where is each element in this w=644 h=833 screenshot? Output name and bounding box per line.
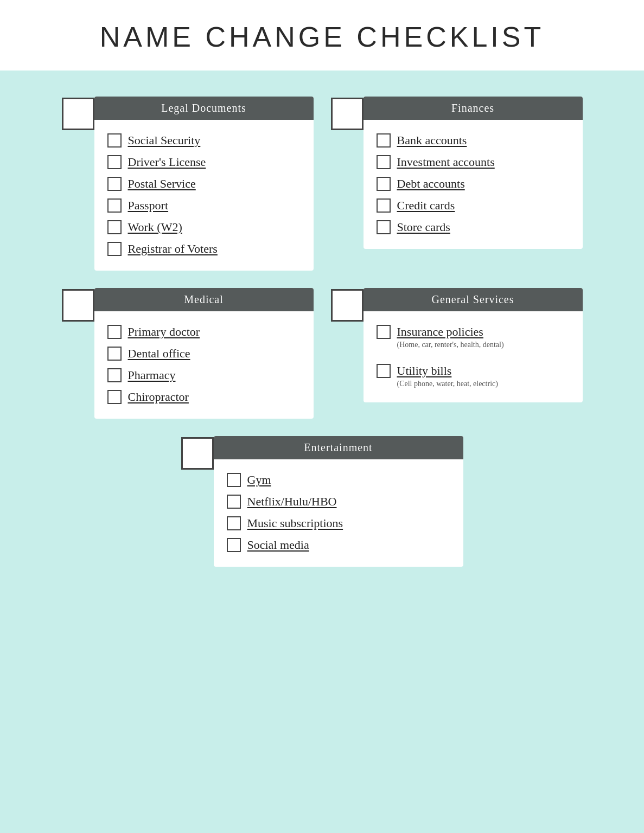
list-item: Netflix/Hulu/HBO <box>227 491 450 512</box>
item-label: Music subscriptions <box>247 516 343 530</box>
item-label: Primary doctor <box>128 325 200 339</box>
item-label: Social Security <box>128 133 201 148</box>
medical-section-header: Medical <box>94 288 314 311</box>
item-label: Utility bills <box>397 364 452 378</box>
item-label: Debt accounts <box>397 177 465 191</box>
entertainment-section-wrapper: Entertainment Gym Netflix/Hulu/HBO Music… <box>181 436 463 567</box>
legal-items-list: Social Security Driver's License Postal … <box>94 120 314 271</box>
item-label: Insurance policies <box>397 325 483 339</box>
item-checkbox[interactable] <box>227 495 241 509</box>
finances-items-list: Bank accounts Investment accounts Debt a… <box>364 120 583 249</box>
finances-section-card: Finances Bank accounts Investment accoun… <box>364 97 583 249</box>
general-section-checkbox[interactable] <box>331 289 364 322</box>
list-item: Debt accounts <box>377 173 570 195</box>
item-checkbox[interactable] <box>377 133 391 148</box>
item-label: Passport <box>128 198 169 213</box>
item-label: Pharmacy <box>128 368 176 382</box>
list-item: Driver's License <box>107 151 301 173</box>
list-item: Dental office <box>107 343 301 364</box>
entertainment-section-card: Entertainment Gym Netflix/Hulu/HBO Music… <box>214 436 463 567</box>
item-label: Gym <box>247 473 271 487</box>
item-checkbox[interactable] <box>107 347 122 361</box>
medical-section-wrapper: Medical Primary doctor Dental office Pha… <box>62 288 314 419</box>
list-item: Pharmacy <box>107 364 301 386</box>
list-item: Passport <box>107 195 301 216</box>
legal-section-card: Legal Documents Social Security Driver's… <box>94 97 314 271</box>
item-checkbox[interactable] <box>107 390 122 404</box>
item-sublabel: (Home, car, renter's, health, dental) <box>377 341 570 349</box>
list-item: Store cards <box>377 216 570 238</box>
general-items-list: Insurance policies (Home, car, renter's,… <box>364 311 583 402</box>
item-checkbox[interactable] <box>377 198 391 213</box>
page-title: NAME CHANGE CHECKLIST <box>0 21 644 53</box>
item-label: Credit cards <box>397 198 455 213</box>
general-section-wrapper: General Services Insurance policies (Hom… <box>331 288 583 419</box>
item-label: Store cards <box>397 220 450 234</box>
item-checkbox[interactable] <box>107 133 122 148</box>
item-label: Social media <box>247 538 309 552</box>
legal-section-checkbox[interactable] <box>62 98 94 130</box>
item-label: Bank accounts <box>397 133 467 148</box>
item-label: Investment accounts <box>397 155 495 169</box>
item-label: Driver's License <box>128 155 206 169</box>
list-item: Social media <box>227 534 450 556</box>
item-checkbox[interactable] <box>377 220 391 234</box>
row-1: Legal Documents Social Security Driver's… <box>62 97 583 271</box>
item-checkbox[interactable] <box>377 155 391 169</box>
finances-section-checkbox[interactable] <box>331 98 364 130</box>
item-label: Postal Service <box>128 177 196 191</box>
item-label: Chiropractor <box>128 390 189 404</box>
general-section-header: General Services <box>364 288 583 311</box>
item-label: Registrar of Voters <box>128 242 218 256</box>
list-item: Primary doctor <box>107 321 301 343</box>
medical-section-checkbox[interactable] <box>62 289 94 322</box>
legal-section-header: Legal Documents <box>94 97 314 120</box>
general-section-card: General Services Insurance policies (Hom… <box>364 288 583 402</box>
list-item: Registrar of Voters <box>107 238 301 260</box>
medical-section-card: Medical Primary doctor Dental office Pha… <box>94 288 314 419</box>
list-item: Postal Service <box>107 173 301 195</box>
main-content: Legal Documents Social Security Driver's… <box>62 97 583 567</box>
item-label: Netflix/Hulu/HBO <box>247 495 337 509</box>
medical-items-list: Primary doctor Dental office Pharmacy Ch… <box>94 311 314 419</box>
title-area: NAME CHANGE CHECKLIST <box>0 0 644 71</box>
item-checkbox[interactable] <box>227 538 241 552</box>
item-checkbox[interactable] <box>107 198 122 213</box>
item-checkbox[interactable] <box>107 368 122 382</box>
item-sublabel: (Cell phone, water, heat, electric) <box>377 380 570 388</box>
row-2: Medical Primary doctor Dental office Pha… <box>62 288 583 419</box>
entertainment-row: Entertainment Gym Netflix/Hulu/HBO Music… <box>62 436 583 567</box>
item-checkbox[interactable] <box>377 364 391 378</box>
list-item: Gym <box>227 469 450 491</box>
list-item: Chiropractor <box>107 386 301 408</box>
entertainment-section-checkbox[interactable] <box>181 437 214 470</box>
list-item: Insurance policies <box>377 321 570 343</box>
list-item: Social Security <box>107 130 301 151</box>
entertainment-items-list: Gym Netflix/Hulu/HBO Music subscriptions… <box>214 459 463 567</box>
item-label: Work (W2) <box>128 220 182 234</box>
item-checkbox[interactable] <box>377 325 391 339</box>
item-label: Dental office <box>128 347 190 361</box>
item-checkbox[interactable] <box>107 325 122 339</box>
finances-section-wrapper: Finances Bank accounts Investment accoun… <box>331 97 583 271</box>
item-checkbox[interactable] <box>377 177 391 191</box>
item-checkbox[interactable] <box>107 242 122 256</box>
list-item: Bank accounts <box>377 130 570 151</box>
item-checkbox[interactable] <box>227 516 241 530</box>
entertainment-section-header: Entertainment <box>214 436 463 459</box>
item-checkbox[interactable] <box>107 220 122 234</box>
item-checkbox[interactable] <box>227 473 241 487</box>
item-checkbox[interactable] <box>107 177 122 191</box>
list-item: Credit cards <box>377 195 570 216</box>
item-checkbox[interactable] <box>107 155 122 169</box>
list-item: Work (W2) <box>107 216 301 238</box>
list-item: Music subscriptions <box>227 512 450 534</box>
legal-section-wrapper: Legal Documents Social Security Driver's… <box>62 97 314 271</box>
list-item: Investment accounts <box>377 151 570 173</box>
finances-section-header: Finances <box>364 97 583 120</box>
list-item: Utility bills <box>377 360 570 382</box>
